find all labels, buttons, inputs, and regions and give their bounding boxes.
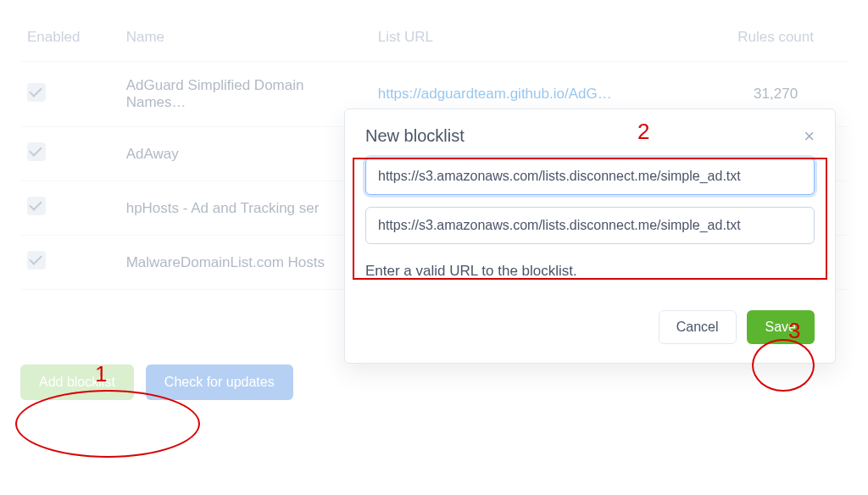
modal-helper-text: Enter a valid URL to the blocklist. bbox=[365, 256, 815, 280]
enabled-checkbox[interactable] bbox=[27, 83, 46, 102]
save-button[interactable]: Save bbox=[747, 310, 815, 344]
blocklist-url-input[interactable] bbox=[365, 207, 815, 244]
close-icon[interactable]: × bbox=[804, 127, 815, 146]
new-blocklist-modal: New blocklist × Enter a valid URL to the… bbox=[344, 108, 836, 364]
row-name: hpHosts - Ad and Tracking ser bbox=[120, 181, 371, 236]
row-name: AdGuard Simplified Domain Names… bbox=[120, 62, 371, 127]
modal-title: New blocklist bbox=[365, 126, 465, 146]
enabled-checkbox[interactable] bbox=[27, 197, 46, 215]
col-header-rules: Rules count bbox=[704, 20, 848, 62]
col-header-name: Name bbox=[120, 20, 371, 62]
col-header-enabled: Enabled bbox=[20, 20, 120, 62]
cancel-button[interactable]: Cancel bbox=[659, 310, 737, 344]
row-name: MalwareDomainList.com Hosts bbox=[120, 236, 371, 290]
enabled-checkbox[interactable] bbox=[27, 142, 46, 161]
col-header-url: List URL bbox=[371, 20, 704, 62]
check-for-updates-button[interactable]: Check for updates bbox=[146, 364, 293, 400]
blocklist-name-input[interactable] bbox=[365, 158, 815, 195]
add-blocklist-button[interactable]: Add blocklist bbox=[20, 364, 134, 400]
enabled-checkbox[interactable] bbox=[27, 251, 46, 270]
row-name: AdAway bbox=[120, 127, 371, 181]
